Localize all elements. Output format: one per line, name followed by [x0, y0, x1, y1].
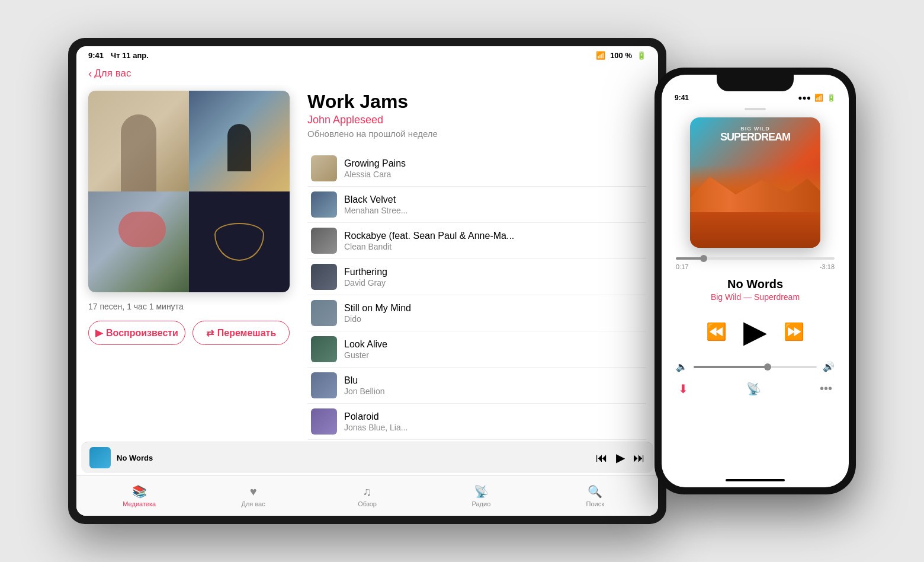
battery-icon: 🔋 [637, 51, 646, 60]
ipad-battery: 100 % [610, 51, 632, 60]
iphone-status-bar: 9:41 ●●● 📶 🔋 [662, 91, 849, 103]
album-title: SUPERDREAM [720, 132, 790, 142]
art-quadrant-3 [88, 191, 189, 292]
track-name: Look Alive [344, 339, 643, 350]
progress-fill [676, 257, 704, 260]
signal-icon: ●●● [798, 94, 811, 102]
tab-item-радио[interactable]: 📡 Радио [424, 481, 538, 511]
track-name: Polaroid [344, 411, 643, 422]
iphone-screen: 9:41 ●●● 📶 🔋 BIG WILD SUPERDREAM [662, 75, 849, 487]
track-thumb [311, 228, 337, 254]
track-info: Blu Jon Bellion [344, 375, 643, 396]
track-artist: Jon Bellion [344, 387, 643, 396]
track-thumb [311, 300, 337, 326]
tab-icon: ♥ [250, 485, 257, 499]
track-info: Furthering David Gray [344, 267, 643, 288]
np-next-button[interactable]: ⏭ [633, 451, 645, 465]
track-artist: Dido [344, 314, 643, 324]
track-item[interactable]: Rockabye (feat. Sean Paul & Anne-Ma... C… [307, 223, 646, 259]
volume-bar[interactable] [694, 366, 817, 368]
np-prev-button[interactable]: ⏮ [596, 451, 608, 465]
track-artist: Alessia Cara [344, 170, 643, 179]
now-playing-bar[interactable]: No Words ⏮ ▶ ⏭ [81, 442, 653, 473]
tab-label: Радио [472, 500, 491, 507]
np-title: No Words [117, 454, 590, 462]
volume-thumb [764, 363, 771, 371]
tab-label: Для вас [242, 500, 265, 507]
iphone-home-bar [662, 473, 849, 487]
song-info: No Words Big Wild — Superdream [676, 277, 835, 302]
now-playing-info: No Words [117, 454, 590, 462]
tab-item-обзор[interactable]: ♫ Обзор [310, 481, 424, 511]
iphone-controls: ⏪ ▶ ⏩ [676, 314, 835, 349]
progress-bar[interactable] [676, 257, 835, 260]
track-item[interactable]: Polaroid Jonas Blue, Lia... [307, 404, 646, 440]
home-indicator [726, 479, 785, 481]
track-thumb [311, 336, 337, 362]
now-playing-controls: ⏮ ▶ ⏭ [596, 451, 645, 465]
track-artist: Clean Bandit [344, 242, 643, 251]
track-name: Growing Pains [344, 158, 643, 169]
volume-low-icon: 🔈 [676, 361, 688, 372]
progress-current: 0:17 [676, 263, 688, 270]
playlist-title-section: Work Jams John Appleseed Обновлено на пр… [307, 91, 646, 139]
tab-label: Медиатека [123, 500, 156, 507]
back-button[interactable]: ‹ Для вас [88, 67, 646, 80]
track-list: Growing Pains Alessia Cara Black Velvet … [307, 151, 646, 442]
track-thumb [311, 264, 337, 290]
track-item[interactable]: Look Alive Guster [307, 331, 646, 368]
ipad-main: 17 песен, 1 час 1 минута ▶ Воспроизвести… [76, 85, 658, 442]
iphone-player: BIG WILD SUPERDREAM 0:17 -3:18 [662, 103, 849, 473]
track-item[interactable]: Still on My Mind Dido [307, 295, 646, 331]
tab-icon: 📡 [474, 484, 489, 499]
airplay-button[interactable]: 📡 [746, 382, 761, 396]
more-button[interactable]: ••• [820, 382, 832, 396]
track-artist: Menahan Stree... [344, 206, 643, 215]
track-item[interactable]: Blu Jon Bellion [307, 368, 646, 404]
playlist-updated: Обновлено на прошлой неделе [307, 129, 646, 139]
track-name: Rockabye (feat. Sean Paul & Anne-Ma... [344, 231, 643, 241]
album-art: BIG WILD SUPERDREAM [690, 117, 820, 248]
play-pause-button[interactable]: ▶ [743, 314, 767, 349]
play-button[interactable]: ▶ Воспроизвести [88, 321, 185, 345]
track-thumb [311, 372, 337, 398]
track-thumb [311, 408, 337, 435]
ipad-time: 9:41 [88, 51, 104, 60]
track-item[interactable]: Growing Pains Alessia Cara [307, 151, 646, 187]
download-button[interactable]: ⬇ [678, 382, 688, 396]
iphone-device: 9:41 ●●● 📶 🔋 BIG WILD SUPERDREAM [654, 68, 856, 494]
track-info: Growing Pains Alessia Cara [344, 158, 643, 179]
shuffle-button[interactable]: ⇄ Перемешать [192, 321, 290, 345]
track-artist: Jonas Blue, Lia... [344, 423, 643, 432]
progress-times: 0:17 -3:18 [676, 263, 835, 270]
battery-icon: 🔋 [827, 94, 836, 102]
ipad-nav: ‹ Для вас [76, 65, 658, 85]
track-info: Black Velvet Menahan Stree... [344, 194, 643, 215]
ipad-left-panel: 17 песен, 1 час 1 минута ▶ Воспроизвести… [76, 85, 301, 442]
art-quadrant-1 [88, 91, 189, 191]
scene: 9:41 Чт 11 апр. 📶 100 % 🔋 ‹ Для вас [68, 38, 856, 524]
track-name: Blu [344, 375, 643, 386]
tab-item-для вас[interactable]: ♥ Для вас [196, 481, 310, 511]
fast-forward-button[interactable]: ⏩ [784, 322, 804, 341]
track-item[interactable]: Furthering David Gray [307, 259, 646, 295]
chevron-left-icon: ‹ [88, 67, 92, 80]
wifi-icon: 📶 [814, 94, 823, 102]
ipad-status-left: 9:41 Чт 11 апр. [88, 51, 149, 60]
play-icon: ▶ [95, 327, 102, 339]
progress-total: -3:18 [820, 263, 835, 270]
np-play-pause-button[interactable]: ▶ [616, 451, 625, 465]
ipad-tabbar: 📚 Медиатека ♥ Для вас ♫ Обзор 📡 Радио 🔍 … [76, 475, 658, 516]
track-thumb [311, 155, 337, 181]
iphone-time: 9:41 [675, 94, 689, 102]
tab-icon: ♫ [363, 485, 372, 499]
rewind-button[interactable]: ⏪ [706, 322, 727, 341]
ipad-right-panel[interactable]: Work Jams John Appleseed Обновлено на пр… [301, 85, 658, 442]
tab-item-медиатека[interactable]: 📚 Медиатека [82, 481, 196, 511]
track-item[interactable]: Black Velvet Menahan Stree... [307, 187, 646, 223]
tab-icon: 📚 [132, 484, 147, 499]
iphone-bottom-buttons: ⬇ 📡 ••• [676, 382, 835, 396]
tab-item-поиск[interactable]: 🔍 Поиск [538, 481, 652, 511]
album-desert-art [690, 165, 820, 248]
now-playing-thumb [89, 447, 111, 468]
